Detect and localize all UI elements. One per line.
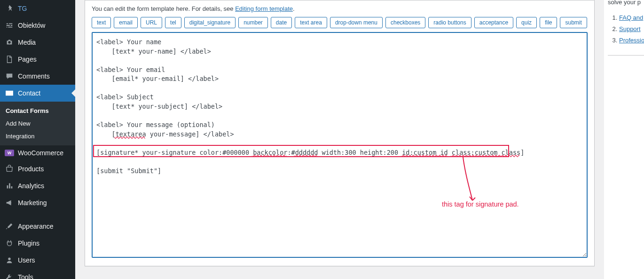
megaphone-icon: [5, 198, 14, 207]
mail-icon: [5, 88, 14, 98]
sidebar-item-media[interactable]: Media: [0, 34, 75, 51]
sidebar-item-label: Obiektów: [18, 22, 45, 29]
intro-post: .: [293, 5, 295, 12]
sidebar-item-appearance[interactable]: Appearance: [0, 218, 75, 235]
sidebar-item-label: Tools: [18, 273, 33, 279]
tag-button-tel[interactable]: tel: [165, 17, 181, 28]
sidebar-item-tools[interactable]: Tools: [0, 269, 75, 279]
user-icon: [5, 255, 14, 265]
sidebar-item-users[interactable]: Users: [0, 252, 75, 269]
chart-icon: [5, 181, 14, 191]
tag-button-textarea[interactable]: text area: [295, 17, 327, 28]
tag-button-radio[interactable]: radio buttons: [428, 17, 471, 28]
right-help-pretext: solve your p: [608, 0, 644, 6]
sidebar-item-tg[interactable]: TG: [0, 0, 75, 17]
sidebar-item-label: Appearance: [18, 223, 54, 230]
sidebar-item-label: WooCommerce: [18, 149, 63, 157]
right-link-support[interactable]: Support: [619, 25, 641, 32]
sidebar-item-obiektow[interactable]: Obiektów: [0, 17, 75, 34]
sidebar-item-label: Comments: [18, 72, 50, 80]
tag-generator-bar: text email URL tel digital_signature num…: [92, 17, 588, 28]
tag-button-url[interactable]: URL: [141, 17, 162, 28]
sidebar-item-label: Plugins: [18, 239, 39, 247]
intro-text: You can edit the form template here. For…: [92, 5, 588, 12]
sidebar-item-analytics[interactable]: Analytics: [0, 177, 75, 194]
sidebar-item-label: Contact: [18, 89, 40, 97]
sidebar-item-contact[interactable]: Contact: [0, 85, 75, 102]
sidebar-submenu-contact: Contact Forms Add New Integration: [0, 102, 75, 145]
tag-button-file[interactable]: file: [540, 17, 557, 28]
sliders-icon: [5, 21, 14, 30]
wrench-icon: [5, 272, 14, 279]
sidebar-item-plugins[interactable]: Plugins: [0, 235, 75, 252]
brush-icon: [5, 222, 14, 231]
tag-button-email[interactable]: email: [114, 17, 138, 28]
admin-sidebar: TG Obiektów Media Pages Comments Contact…: [0, 0, 75, 279]
tag-button-dropdown[interactable]: drop-down menu: [330, 17, 383, 28]
sidebar-subitem-integration[interactable]: Integration: [0, 130, 75, 143]
sidebar-item-woocommerce[interactable]: W WooCommerce: [0, 145, 75, 160]
sidebar-subitem-contact-forms[interactable]: Contact Forms: [0, 104, 75, 117]
sidebar-item-label: Media: [18, 39, 36, 46]
tag-button-date[interactable]: date: [271, 17, 292, 28]
tag-button-digital-signature[interactable]: digital_signature: [184, 17, 236, 28]
sidebar-item-label: TG: [18, 5, 27, 12]
sidebar-item-label: Users: [18, 256, 35, 264]
sidebar-item-marketing[interactable]: Marketing: [0, 194, 75, 211]
tag-button-number[interactable]: number: [238, 17, 268, 28]
tag-button-checkboxes[interactable]: checkboxes: [385, 17, 425, 28]
pin-icon: [5, 4, 14, 13]
sidebar-subitem-add-new[interactable]: Add New: [0, 117, 75, 130]
comment-icon: [5, 72, 14, 81]
tag-button-acceptance[interactable]: acceptance: [474, 17, 513, 28]
form-editor-panel: You can edit the form template here. For…: [85, 0, 595, 266]
tag-button-text[interactable]: text: [92, 17, 111, 28]
intro-pre: You can edit the form template here. For…: [92, 5, 235, 12]
tag-button-quiz[interactable]: quiz: [516, 17, 537, 28]
form-textarea-wrap: <label> Your name [text* your-name] </la…: [92, 32, 588, 259]
sidebar-item-pages[interactable]: Pages: [0, 51, 75, 68]
right-link-pro[interactable]: Professio: [619, 37, 644, 44]
camera-icon: [5, 38, 14, 47]
right-help-panel: solve your p FAQ and Support Professio: [604, 0, 644, 279]
product-icon: [5, 164, 14, 174]
sidebar-item-products[interactable]: Products: [0, 160, 75, 177]
svg-rect-0: [6, 91, 13, 96]
sidebar-item-label: Analytics: [18, 182, 44, 190]
plug-icon: [5, 239, 14, 248]
right-link-faq[interactable]: FAQ and: [619, 14, 643, 21]
form-template-textarea[interactable]: [92, 32, 588, 258]
sidebar-item-comments[interactable]: Comments: [0, 68, 75, 85]
tag-button-submit[interactable]: submit: [560, 17, 587, 28]
sidebar-item-label: Pages: [18, 56, 37, 63]
sidebar-item-label: Marketing: [18, 199, 47, 207]
main-content: You can edit the form template here. For…: [75, 0, 604, 279]
sidebar-item-label: Products: [18, 165, 44, 173]
page-icon: [5, 55, 14, 64]
woo-badge-icon: W: [5, 150, 14, 156]
intro-link[interactable]: Editing form template: [235, 5, 293, 12]
